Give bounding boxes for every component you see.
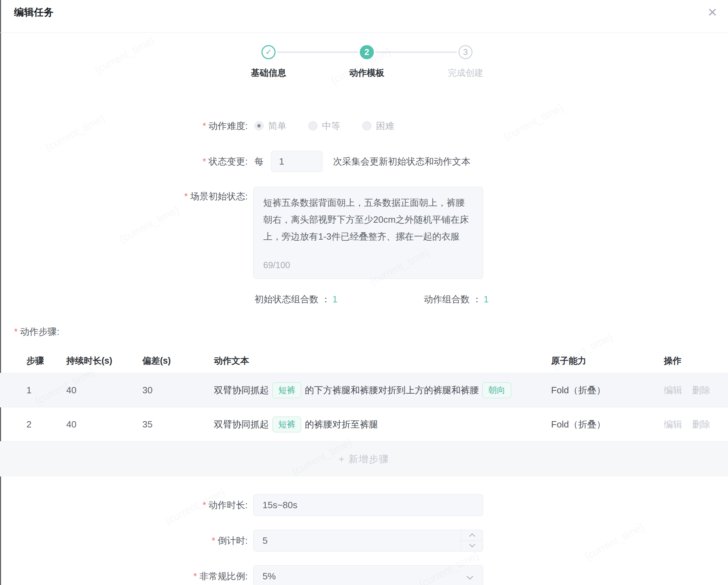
- action-combo-value: 1: [483, 294, 488, 304]
- initial-combo-label: 初始状态组合数 ：: [254, 294, 330, 304]
- action-combo-label: 动作组合数 ：: [424, 294, 481, 304]
- edit-link[interactable]: 编辑: [664, 418, 682, 431]
- chevron-down-icon: [469, 542, 475, 548]
- countdown-label-text: 倒计时:: [218, 535, 248, 546]
- initial-combo-value: 1: [332, 294, 337, 304]
- radio-easy[interactable]: 简单: [254, 120, 286, 132]
- col-header-action-text: 动作文本: [214, 355, 551, 367]
- cell-step: 2: [26, 419, 66, 430]
- required-asterisk: *: [203, 500, 206, 510]
- radio-hard-label: 困难: [376, 120, 394, 132]
- dialog-title: 编辑任务: [14, 6, 54, 19]
- unusual-ratio-label: *非常规比例:: [89, 565, 248, 585]
- difficulty-label-text: 动作难度:: [209, 121, 248, 131]
- initial-combo-count: 初始状态组合数 ：1: [254, 293, 338, 306]
- header-divider: [0, 32, 728, 33]
- cell-ability: Fold（折叠）: [551, 418, 664, 431]
- difficulty-label: *动作难度:: [89, 119, 248, 133]
- watermark-text: {current_time}: [43, 112, 107, 154]
- decrease-button[interactable]: [461, 541, 483, 552]
- check-icon: ✓: [265, 48, 272, 57]
- delete-link[interactable]: 删除: [692, 418, 710, 431]
- cell-action-text: 双臂协同抓起 短裤 的下方裤腿和裤腰对折到上方的裤腿和裤腰 朝向: [214, 382, 551, 398]
- screen-left-edge: [0, 0, 1, 585]
- action-steps-label-text: 动作步骤:: [20, 326, 59, 337]
- radio-easy-label: 简单: [268, 120, 286, 132]
- action-text-segment: 的下方裤腿和裤腰对折到上方的裤腿和裤腰: [305, 384, 479, 396]
- increase-button[interactable]: [461, 530, 483, 541]
- action-combo-count: 动作组合数 ：1: [424, 293, 489, 306]
- number-spinner: [461, 530, 483, 551]
- cell-action-text: 双臂协同抓起 短裤 的裤腰对折至裤腿: [214, 417, 551, 432]
- cell-duration: 40: [66, 419, 142, 430]
- object-tag: 短裤: [272, 417, 301, 432]
- radio-unchecked-icon: [362, 121, 371, 130]
- cell-step: 1: [26, 385, 66, 396]
- cell-deviation: 30: [142, 385, 214, 396]
- cell-ability: Fold（折叠）: [551, 384, 664, 396]
- step-1-done-circle: ✓: [261, 45, 276, 59]
- action-steps-table: 步骤 持续时长(s) 偏差(s) 动作文本 原子能力 操作 1 40 30 双臂…: [0, 348, 728, 476]
- required-asterisk: *: [203, 121, 206, 131]
- scene-initial-textarea[interactable]: 短裤五条数据背面朝上，五条数据正面朝上，裤腰朝右，离头部视野下方至少20cm之外…: [253, 187, 483, 279]
- col-header-duration: 持续时长(s): [66, 355, 142, 367]
- step-2-number: 2: [364, 47, 369, 57]
- duration-label-text: 动作时长:: [209, 500, 248, 510]
- state-change-prefix: 每: [254, 151, 264, 172]
- required-asterisk: *: [212, 535, 215, 546]
- countdown-label: *倒计时:: [89, 530, 248, 552]
- table-header-row: 步骤 持续时长(s) 偏差(s) 动作文本 原子能力 操作: [0, 348, 728, 373]
- orientation-tag: 朝向: [482, 382, 511, 398]
- table-row: 2 40 35 双臂协同抓起 短裤 的裤腰对折至裤腿 Fold（折叠） 编辑 删…: [0, 407, 728, 441]
- required-asterisk: *: [193, 571, 197, 581]
- step-2-label: 动作模板: [325, 67, 409, 79]
- action-text-segment: 双臂协同抓起: [214, 384, 269, 396]
- state-change-input[interactable]: 1: [271, 151, 322, 172]
- step-2-active-circle: 2: [360, 45, 374, 59]
- watermark-text: {current_time}: [117, 204, 181, 245]
- cell-deviation: 35: [142, 419, 214, 430]
- radio-medium-label: 中等: [322, 120, 340, 132]
- duration-label: *动作时长:: [89, 494, 248, 516]
- state-change-label-text: 状态变更:: [209, 156, 248, 167]
- action-text-segment: 双臂协同抓起: [214, 418, 269, 431]
- object-tag: 短裤: [272, 382, 301, 398]
- chevron-up-icon: [469, 533, 475, 539]
- edit-link[interactable]: 编辑: [664, 384, 682, 396]
- col-header-operations: 操作: [664, 355, 728, 367]
- cell-duration: 40: [66, 385, 142, 396]
- countdown-stepper[interactable]: 5: [253, 530, 483, 552]
- delete-link[interactable]: 删除: [692, 384, 710, 396]
- difficulty-radio-group: 简单 中等 困难: [254, 119, 394, 133]
- add-step-button[interactable]: + 新增步骤: [339, 453, 389, 466]
- step-3-label: 完成创建: [423, 67, 508, 79]
- step-3-pending-circle: 3: [458, 45, 473, 59]
- watermark-text: {current_time}: [93, 35, 156, 76]
- table-row: 1 40 30 双臂协同抓起 短裤 的下方裤腿和裤腰对折到上方的裤腿和裤腰 朝向…: [0, 373, 728, 407]
- state-change-suffix: 次采集会更新初始状态和动作文本: [333, 151, 470, 172]
- unusual-ratio-value: 5%: [263, 571, 276, 581]
- watermark-text: {current_time}: [501, 101, 565, 143]
- col-header-deviation: 偏差(s): [142, 355, 214, 367]
- required-asterisk: *: [14, 326, 18, 337]
- watermark-text: {current_time}: [582, 521, 646, 562]
- required-asterisk: *: [184, 191, 188, 202]
- scene-initial-text: 短裤五条数据背面朝上，五条数据正面朝上，裤腰朝右，离头部视野下方至少20cm之外…: [263, 197, 469, 242]
- add-step-band: + 新增步骤: [0, 441, 728, 476]
- radio-unchecked-icon: [308, 121, 317, 130]
- cell-operations: 编辑 删除: [664, 418, 728, 431]
- close-icon[interactable]: ✕: [708, 6, 718, 18]
- stepper-connector: [375, 51, 457, 53]
- radio-medium[interactable]: 中等: [308, 120, 340, 132]
- countdown-value: 5: [263, 535, 267, 546]
- required-asterisk: *: [203, 156, 206, 167]
- step-3-number: 3: [463, 47, 468, 57]
- chevron-down-icon: [467, 573, 473, 579]
- scene-initial-label-text: 场景初始状态:: [190, 191, 248, 202]
- duration-input[interactable]: 15s~80s: [253, 494, 483, 516]
- radio-hard[interactable]: 困难: [362, 120, 394, 132]
- unusual-ratio-select[interactable]: 5%: [253, 565, 483, 585]
- radio-checked-icon: [254, 121, 264, 130]
- char-counter: 69/100: [263, 257, 290, 273]
- stepper-connector: [277, 51, 358, 53]
